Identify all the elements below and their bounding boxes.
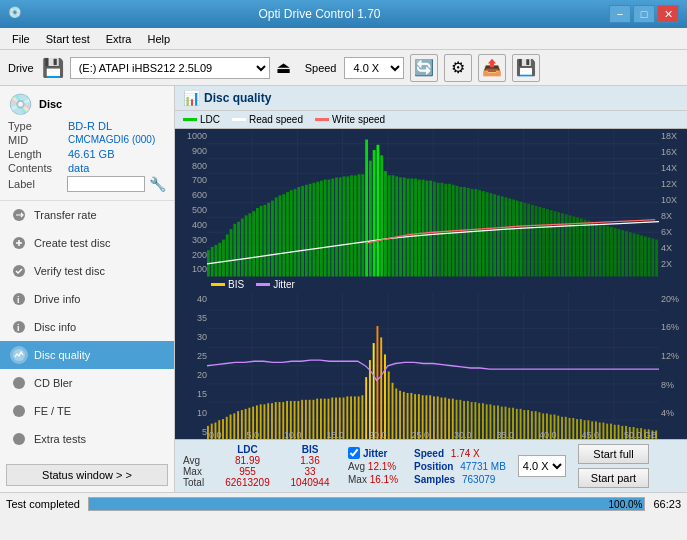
svg-rect-43: [256, 208, 259, 276]
legend-jitter-label: Jitter: [273, 279, 295, 290]
svg-rect-120: [546, 209, 549, 276]
svg-rect-73: [369, 161, 372, 277]
menu-file[interactable]: File: [4, 31, 38, 47]
length-value: 46.61 GB: [68, 148, 114, 160]
svg-rect-34: [222, 240, 225, 277]
svg-rect-138: [614, 228, 617, 276]
menu-extra[interactable]: Extra: [98, 31, 140, 47]
sidebar-item-verify-test-disc[interactable]: Verify test disc: [0, 257, 174, 285]
svg-rect-137: [610, 227, 613, 277]
svg-rect-65: [339, 177, 342, 276]
sidebar-item-label-drive-info: Drive info: [34, 293, 80, 305]
svg-text:i: i: [17, 323, 20, 333]
svg-rect-90: [433, 182, 436, 277]
contents-value: data: [68, 162, 89, 174]
svg-rect-128: [576, 218, 579, 277]
sidebar-item-label-disc-quality: Disc quality: [34, 349, 90, 361]
label-icon[interactable]: 🔧: [149, 176, 166, 192]
svg-rect-44: [260, 206, 263, 277]
status-window-button[interactable]: Status window > >: [6, 464, 168, 486]
bis-avg: 1.36: [280, 455, 340, 466]
legend-write-speed-label: Write speed: [332, 114, 385, 125]
start-full-button[interactable]: Start full: [578, 444, 649, 464]
svg-rect-49: [279, 195, 282, 276]
label-label: Label: [8, 178, 67, 190]
svg-rect-50: [282, 194, 285, 276]
verify-test-disc-icon: [10, 262, 28, 280]
sidebar-item-extra-tests[interactable]: Extra tests: [0, 425, 174, 453]
label-input[interactable]: [67, 176, 145, 192]
sidebar-item-fe-te[interactable]: FE / TE: [0, 397, 174, 425]
menu-help[interactable]: Help: [139, 31, 178, 47]
drive-eject-icon[interactable]: ⏏: [276, 58, 291, 77]
svg-rect-47: [271, 201, 274, 277]
svg-rect-114: [523, 203, 526, 277]
refresh-button[interactable]: 🔄: [410, 54, 438, 82]
svg-rect-119: [542, 208, 545, 276]
app-title: Opti Drive Control 1.70: [30, 7, 609, 21]
read-speed-color: [232, 118, 246, 121]
maximize-button[interactable]: □: [633, 5, 655, 23]
position-label: Position: [414, 461, 453, 472]
app-icon: 💿: [8, 6, 24, 22]
settings-button[interactable]: ⚙: [444, 54, 472, 82]
svg-rect-45: [264, 205, 267, 277]
save-button[interactable]: 💾: [512, 54, 540, 82]
status-bar: Test completed 100.0% 66:23: [0, 492, 687, 514]
svg-point-9: [13, 405, 25, 417]
drive-select[interactable]: (E:) ATAPI iHBS212 2.5L09: [70, 57, 270, 79]
drive-info-icon: i: [10, 290, 28, 308]
svg-rect-129: [580, 219, 583, 277]
contents-label: Contents: [8, 162, 68, 174]
svg-rect-105: [490, 193, 493, 276]
speed-label: Speed: [305, 62, 337, 74]
svg-rect-67: [346, 176, 349, 276]
svg-rect-126: [569, 215, 572, 276]
sidebar-item-cd-bler[interactable]: CD Bler: [0, 369, 174, 397]
disc-quality-title: Disc quality: [204, 91, 271, 105]
svg-rect-58: [312, 183, 315, 277]
cd-bler-icon: [10, 374, 28, 392]
sidebar-item-label-extra-tests: Extra tests: [34, 433, 86, 445]
chart2-svg: [207, 292, 659, 440]
drive-icon: 💾: [42, 57, 64, 79]
svg-rect-123: [557, 212, 560, 276]
content-area: 📊 Disc quality LDC Read speed Write spee…: [175, 86, 687, 492]
chart2: 40 35 30 25 20 15 10 5: [175, 292, 687, 440]
ldc-max: 955: [215, 466, 280, 477]
drive-label: Drive: [8, 62, 34, 74]
svg-rect-149: [655, 240, 658, 277]
sidebar-item-disc-quality[interactable]: Disc quality: [0, 341, 174, 369]
bis-max: 33: [280, 466, 340, 477]
svg-rect-56: [305, 185, 308, 277]
svg-rect-51: [286, 192, 289, 276]
svg-rect-85: [414, 179, 417, 277]
menu-bar: File Start test Extra Help: [0, 28, 687, 50]
svg-rect-57: [309, 184, 312, 277]
close-button[interactable]: ✕: [657, 5, 679, 23]
menu-start-test[interactable]: Start test: [38, 31, 98, 47]
jitter-max: 16.1%: [370, 474, 398, 485]
sidebar-item-disc-info[interactable]: i Disc info: [0, 313, 174, 341]
sidebar-item-create-test-disc[interactable]: Create test disc: [0, 229, 174, 257]
disc-info-icon: i: [10, 318, 28, 336]
disc-quality-header-icon: 📊: [183, 90, 200, 106]
sidebar-item-drive-info[interactable]: i Drive info: [0, 285, 174, 313]
chart1-svg: [207, 129, 659, 277]
svg-rect-106: [493, 194, 496, 276]
eject-button[interactable]: 📤: [478, 54, 506, 82]
start-part-button[interactable]: Start part: [578, 468, 649, 488]
svg-rect-212: [377, 326, 379, 439]
svg-rect-86: [418, 180, 421, 277]
stats-speed-select[interactable]: 4.0 X 1.0 X 2.0 X 8.0 X: [518, 455, 566, 477]
legend-read-speed: Read speed: [232, 114, 303, 125]
write-speed-color: [315, 118, 329, 121]
svg-rect-94: [448, 184, 451, 277]
svg-rect-115: [527, 204, 530, 277]
minimize-button[interactable]: −: [609, 5, 631, 23]
sidebar-item-label-verify-test-disc: Verify test disc: [34, 265, 105, 277]
jitter-checkbox[interactable]: [348, 447, 360, 459]
sidebar-item-label-create-test-disc: Create test disc: [34, 237, 110, 249]
sidebar-item-transfer-rate[interactable]: Transfer rate: [0, 201, 174, 229]
speed-select[interactable]: 4.0 X 1.0 X 2.0 X 8.0 X: [344, 57, 404, 79]
